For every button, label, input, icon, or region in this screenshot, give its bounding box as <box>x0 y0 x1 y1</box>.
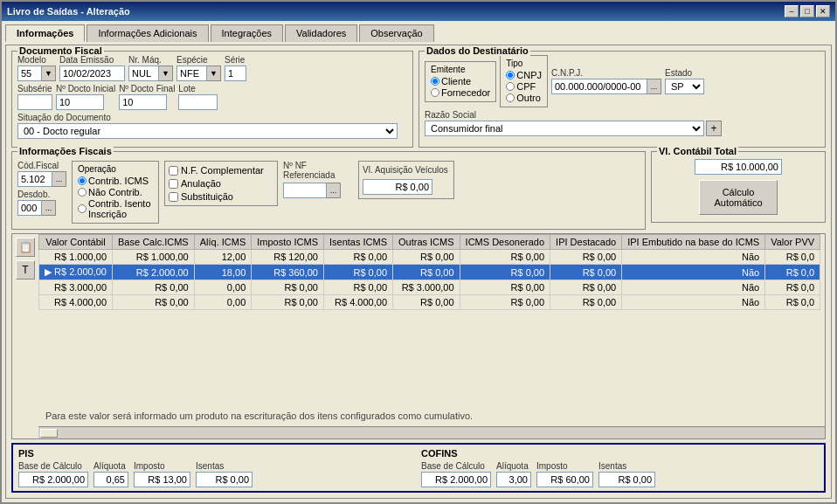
emitente-cliente-label: Cliente <box>441 76 471 86</box>
cofins-isentas-input[interactable] <box>598 472 655 487</box>
documento-row1: Modelo ▼ Data Emissão Nr. Máq. <box>17 55 407 81</box>
tab-observacao[interactable]: Observação <box>359 24 433 42</box>
emitente-cliente-radio[interactable] <box>431 77 439 86</box>
table-scroll[interactable]: Valor Contábil Base Calc.ICMS Alíq. ICMS… <box>38 234 825 405</box>
table-cell: 18,00 <box>194 265 252 280</box>
tab-integracoes[interactable]: Integrações <box>211 24 283 42</box>
cnpj-btn[interactable]: ... <box>647 79 661 94</box>
tipo-outro-row: Outro <box>506 93 542 103</box>
table-row[interactable]: ▶ R$ 2.000,00R$ 2.000,0018,00R$ 360,00R$… <box>39 265 820 280</box>
serie-input[interactable] <box>225 66 246 81</box>
cod-fiscal-btn[interactable]: ... <box>52 171 66 187</box>
desdob-btn[interactable]: ... <box>42 200 56 216</box>
data-emissao-input[interactable] <box>59 66 125 81</box>
close-button[interactable]: ✕ <box>816 5 830 17</box>
cofins-base-calc-input[interactable] <box>421 472 491 487</box>
operacao-contrib-radio[interactable] <box>78 176 86 185</box>
documento-fiscal-panel: Documento Fiscal Modelo ▼ Data Emissão <box>11 51 413 148</box>
tipo-cpf-radio[interactable] <box>506 82 515 91</box>
calc-automatico-button[interactable]: Cálculo Automático <box>699 180 778 215</box>
pis-imposto-group: Imposto <box>134 461 190 487</box>
table-cell: 12,00 <box>194 250 252 265</box>
lote-input[interactable] <box>178 94 218 110</box>
razao-social-add-btn[interactable]: + <box>706 121 722 136</box>
nf-complementar-checkbox[interactable] <box>169 166 178 176</box>
tab-content: Documento Fiscal Modelo ▼ Data Emissão <box>5 45 832 499</box>
nf-referenciada-input-group: ... <box>283 183 353 198</box>
anulacao-checkbox[interactable] <box>169 179 178 189</box>
emitente-fornecedor-radio[interactable] <box>431 88 439 97</box>
tipo-cpf-label: CPF <box>516 81 536 92</box>
modelo-input[interactable] <box>17 66 42 81</box>
pis-imposto-input[interactable] <box>134 472 190 487</box>
table-cell: R$ 0,00 <box>393 250 460 265</box>
cofins-imposto-input[interactable] <box>536 472 593 487</box>
table-cell: R$ 0,00 <box>393 295 460 310</box>
scroll-thumb[interactable] <box>40 429 58 438</box>
substituicao-checkbox[interactable] <box>169 192 178 202</box>
pis-aliquota-input[interactable] <box>93 472 128 487</box>
estado-group: Estado SP <box>665 68 704 94</box>
table-cell: R$ 2.000,00 <box>113 265 195 280</box>
situacao-select-group: 00 - Docto regular <box>17 123 407 139</box>
table-cell: R$ 0,00 <box>550 250 622 265</box>
nr-docto-final-input[interactable] <box>119 94 167 110</box>
modelo-input-group: ▼ <box>17 66 56 81</box>
cnpj-input[interactable] <box>551 79 647 94</box>
tipo-cnpj-radio[interactable] <box>506 71 515 79</box>
table-cell: R$ 0,00 <box>460 280 550 295</box>
subserie-input[interactable] <box>17 94 52 110</box>
nf-referenciada-input[interactable] <box>283 183 327 198</box>
operacao-nao-contrib-radio[interactable] <box>78 188 86 197</box>
nr-maq-input[interactable] <box>128 66 159 81</box>
especie-label: Espécie <box>176 55 221 65</box>
nr-docto-inicial-input[interactable] <box>56 94 104 110</box>
col-aliq-icms: Alíq. ICMS <box>194 235 252 250</box>
vl-contabil-label: Vl. Contábil Total <box>657 146 738 156</box>
destinatario-row1: Emitente Cliente Fornecedor Tipo <box>425 55 820 107</box>
serie-label: Série <box>225 55 246 65</box>
razao-social-select[interactable]: Consumidor final <box>425 121 704 136</box>
nf-referenciada-btn[interactable]: ... <box>327 183 341 198</box>
minimize-button[interactable]: – <box>785 5 799 17</box>
table-cell: R$ 0,00 <box>113 280 195 295</box>
cod-fiscal-input[interactable] <box>17 171 52 187</box>
tab-informacoes-adicionais[interactable]: Informações Adicionais <box>86 24 208 42</box>
vl-aquisicao-input[interactable] <box>363 179 432 195</box>
table-cell: R$ 0,0 <box>765 265 820 280</box>
estado-select[interactable]: SP <box>665 79 704 94</box>
maximize-button[interactable]: □ <box>800 5 814 17</box>
situacao-label: Situação do Documento <box>17 113 407 122</box>
text-btn[interactable]: T <box>16 260 35 280</box>
nr-maq-btn[interactable]: ▼ <box>159 66 173 81</box>
table-content: Valor Contábil Base Calc.ICMS Alíq. ICMS… <box>38 234 825 438</box>
table-row[interactable]: R$ 3.000,00R$ 0,000,00R$ 0,00R$ 0,00R$ 3… <box>39 280 820 295</box>
modelo-btn[interactable]: ▼ <box>42 66 56 81</box>
substituicao-row: Substituição <box>169 191 273 202</box>
nr-docto-inicial-label: Nº Docto Inicial <box>56 84 115 93</box>
tab-validadores[interactable]: Validadores <box>285 24 357 42</box>
table-row[interactable]: R$ 4.000,00R$ 0,000,00R$ 0,00R$ 4.000,00… <box>39 295 820 310</box>
pis-aliquota-group: Alíquota <box>93 461 128 487</box>
operacao-box: Operação Contrib. ICMS Não Contrib. Cont… <box>72 161 159 224</box>
table-row[interactable]: R$ 1.000,00R$ 1.000,0012,00R$ 120,00R$ 0… <box>39 250 820 265</box>
vl-contabil-input[interactable] <box>695 159 782 175</box>
tipo-outro-radio[interactable] <box>506 93 515 102</box>
cofins-aliquota-input[interactable] <box>496 472 531 487</box>
especie-input[interactable] <box>176 66 207 81</box>
especie-btn[interactable]: ▼ <box>207 66 221 81</box>
pis-isentas-input[interactable] <box>196 472 252 487</box>
pis-base-calc-input[interactable] <box>18 472 88 487</box>
nr-docto-final-label: Nº Docto Final <box>119 84 175 93</box>
horizontal-scrollbar[interactable] <box>38 426 825 438</box>
nf-referenciada-label: Nº NFReferenciada <box>283 161 353 180</box>
situacao-select[interactable]: 00 - Docto regular <box>17 123 398 139</box>
cofins-title: COFINS <box>421 448 819 459</box>
operacao-isento-radio[interactable] <box>78 204 86 213</box>
table-cell: 0,00 <box>194 295 252 310</box>
tab-bar: Informações Informações Adicionais Integ… <box>5 24 832 42</box>
tab-informacoes[interactable]: Informações <box>5 24 85 42</box>
add-row-btn[interactable]: 📋 <box>16 238 35 257</box>
table-cell: R$ 360,00 <box>252 265 324 280</box>
desdob-input[interactable] <box>17 200 42 216</box>
